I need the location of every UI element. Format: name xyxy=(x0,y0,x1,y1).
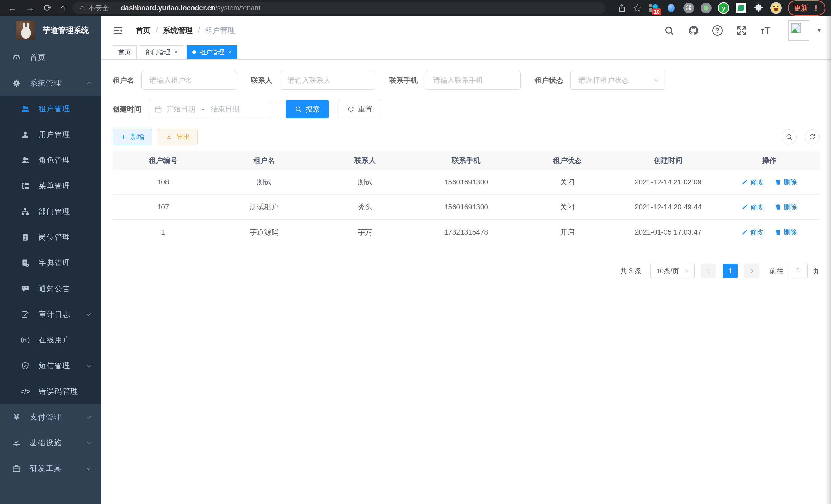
sidebar-item-sms[interactable]: 短信管理 xyxy=(0,353,101,379)
sidebar-item-dict[interactable]: 字典管理 xyxy=(0,250,101,276)
edit-link[interactable]: 修改 xyxy=(741,228,764,237)
github-icon[interactable] xyxy=(688,25,698,36)
status-select[interactable]: 请选择租户状态 xyxy=(570,71,666,90)
sidebar-item-user[interactable]: 用户管理 xyxy=(0,122,101,147)
prev-page-button[interactable] xyxy=(701,264,716,278)
font-size-icon[interactable]: TT xyxy=(761,25,770,36)
tab-tenant[interactable]: 租户管理 × xyxy=(187,46,237,59)
page-size-select[interactable]: 10条/页 xyxy=(650,263,694,279)
extension-command-icon[interactable]: ⌘ xyxy=(683,2,694,13)
search-icon xyxy=(785,133,793,141)
sidebar-item-auditlog[interactable]: 审计日志 xyxy=(0,302,101,327)
next-page-button[interactable] xyxy=(744,264,759,278)
chevron-up-icon xyxy=(85,80,92,87)
bookmark-star-icon[interactable]: ☆ xyxy=(633,3,642,13)
date-range-picker[interactable]: 开始日期 - 结束日期 xyxy=(148,100,271,118)
sidebar-item-label: 错误码管理 xyxy=(38,386,92,396)
menu-tree-icon xyxy=(20,181,30,191)
tenant-page: 租户名 联系人 联系手机 租户状态 请选择租户状态 xyxy=(101,60,831,504)
sidebar-item-post[interactable]: 岗位管理 xyxy=(0,225,101,250)
sidebar-item-role[interactable]: 角色管理 xyxy=(0,147,101,173)
sidebar-item-online[interactable]: 在线用户 xyxy=(0,327,101,353)
sidebar-logo-row[interactable]: 芋道管理系统 xyxy=(0,16,101,45)
sidebar-item-devtools[interactable]: 研发工具 xyxy=(0,456,101,481)
extension-y-icon[interactable]: y xyxy=(718,2,729,13)
tab-label: 首页 xyxy=(118,48,131,56)
omnibox-divider xyxy=(115,4,115,11)
mobile-input[interactable] xyxy=(425,71,521,90)
breadcrumb-separator: / xyxy=(198,26,200,35)
sidebar-item-tenant[interactable]: 租户管理 xyxy=(0,96,101,122)
help-icon[interactable]: ? xyxy=(712,25,722,36)
browser-update-button[interactable]: 更新 ⋮ xyxy=(788,0,825,16)
sidebar-item-errorcode[interactable]: </> 错误码管理 xyxy=(0,379,101,404)
cell-status: 开启 xyxy=(517,227,618,237)
page-number-button[interactable]: 1 xyxy=(723,264,738,278)
cell-id: 107 xyxy=(113,203,213,211)
create-time-label: 创建时间 xyxy=(113,104,141,114)
browser-reload-icon[interactable]: ⟳ xyxy=(44,3,51,12)
browser-menu-icon[interactable]: ⋮ xyxy=(812,4,820,12)
profile-avatar-icon[interactable] xyxy=(770,2,782,13)
sidebar-item-pay[interactable]: ¥ 支付管理 xyxy=(0,404,101,430)
browser-home-icon[interactable]: ⌂ xyxy=(60,3,66,12)
edit-link[interactable]: 修改 xyxy=(741,203,764,212)
sidebar-item-label: 基础设施 xyxy=(30,438,85,448)
sidebar-item-system[interactable]: 系统管理 xyxy=(0,70,101,96)
broadcast-icon xyxy=(20,335,30,345)
header-search-icon[interactable] xyxy=(664,25,674,36)
extension-balloon-icon[interactable] xyxy=(665,2,677,13)
chevron-down-icon xyxy=(85,440,92,446)
tab-dept[interactable]: 部门管理 × xyxy=(140,46,183,59)
log-edit-icon xyxy=(20,309,30,320)
table-row: 1 芋道源码 芋艿 17321315478 开启 2021-01-05 17:0… xyxy=(113,219,820,244)
edit-link[interactable]: 修改 xyxy=(741,178,764,187)
col-header-status: 租户状态 xyxy=(517,156,618,166)
chevron-down-icon xyxy=(653,77,660,84)
browser-back-icon[interactable]: ← xyxy=(8,3,17,12)
breadcrumb-home[interactable]: 首页 xyxy=(136,25,150,36)
pencil-icon xyxy=(741,179,748,185)
browser-forward-icon[interactable]: → xyxy=(26,3,35,12)
pagination: 共 3 条 10条/页 1 前往 页 xyxy=(113,263,820,279)
sidebar-item-infra[interactable]: 基础设施 xyxy=(0,430,101,456)
tab-home[interactable]: 首页 xyxy=(113,46,137,59)
extension-recorder-icon[interactable] xyxy=(700,2,712,13)
address-bar[interactable]: ⚠ 不安全 dashboard.yudao.iocoder.cn /system… xyxy=(73,2,606,14)
sidebar-item-menu[interactable]: 菜单管理 xyxy=(0,173,101,199)
extensions-puzzle-icon[interactable] xyxy=(753,2,764,13)
refresh-table-button[interactable] xyxy=(805,129,820,144)
tab-close-icon[interactable]: × xyxy=(228,49,231,56)
cell-name: 测试 xyxy=(213,177,315,187)
delete-link[interactable]: 删除 xyxy=(775,228,797,237)
avatar-dropdown-icon[interactable]: ▼ xyxy=(816,28,822,33)
delete-link[interactable]: 删除 xyxy=(775,178,797,187)
sidebar-item-label: 审计日志 xyxy=(38,309,85,320)
fullscreen-icon[interactable] xyxy=(737,25,747,36)
tenant-name-input[interactable] xyxy=(141,71,237,90)
reset-button[interactable]: 重置 xyxy=(338,100,381,118)
tab-close-icon[interactable]: × xyxy=(174,49,177,56)
delete-link[interactable]: 删除 xyxy=(775,203,797,212)
goto-page-input[interactable] xyxy=(788,263,808,279)
extension-tango-icon[interactable]: 10 xyxy=(648,2,659,13)
active-tab-dot xyxy=(193,50,196,54)
sidebar-collapse-icon[interactable] xyxy=(113,25,123,36)
user-avatar[interactable] xyxy=(789,20,809,41)
extension-chat-icon[interactable] xyxy=(736,2,747,13)
sidebar-item-dept[interactable]: 部门管理 xyxy=(0,199,101,225)
contact-input[interactable] xyxy=(280,71,375,90)
cell-created: 2021-01-05 17:03:47 xyxy=(618,228,719,236)
sidebar-item-label: 首页 xyxy=(30,52,92,63)
sidebar-item-notice[interactable]: 通知公告 xyxy=(0,276,101,302)
breadcrumb-system[interactable]: 系统管理 xyxy=(163,25,193,36)
export-button[interactable]: 导出 xyxy=(158,129,198,145)
search-button[interactable]: 搜索 xyxy=(286,100,329,118)
add-button[interactable]: ＋ 新增 xyxy=(113,129,152,145)
calendar-icon xyxy=(154,105,162,113)
chevron-left-icon xyxy=(706,268,712,274)
sidebar-item-home[interactable]: 首页 xyxy=(0,45,101,70)
show-search-toggle-button[interactable] xyxy=(782,129,797,144)
security-warning-icon[interactable]: ⚠ xyxy=(79,4,85,12)
share-icon[interactable] xyxy=(617,3,627,12)
